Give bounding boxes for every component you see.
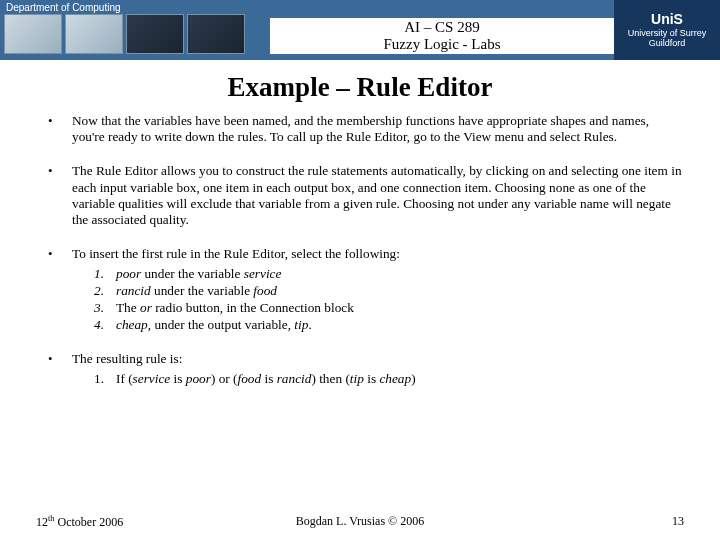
university-logo: UniS University of Surrey Guildford [614,0,720,60]
thumb-image [126,14,184,54]
bullet-item: The resulting rule is: If (service is po… [44,351,684,386]
list-item: If (service is poor) or (food is rancid)… [94,371,684,387]
footer-page-number: 13 [468,514,684,530]
uni-location: Guildford [649,38,686,49]
header-thumbnails [4,14,245,54]
department-label: Department of Computing [6,2,121,13]
course-subtitle: Fuzzy Logic - Labs [383,36,500,53]
uni-brand: UniS [651,11,683,28]
list-item: poor under the variable service [94,266,684,282]
header-left: Department of Computing [0,0,270,60]
slide-content: Now that the variables have been named, … [0,113,720,387]
footer-date: 12th October 2006 [36,514,252,530]
thumb-image [187,14,245,54]
header-center: AI – CS 289 Fuzzy Logic - Labs [270,0,614,60]
list-item: cheap, under the output variable, tip. [94,317,684,333]
bullet-item: Now that the variables have been named, … [44,113,684,145]
thumb-image [4,14,62,54]
slide-footer: 12th October 2006 Bogdan L. Vrusias © 20… [0,514,720,530]
uni-name: University of Surrey [628,28,707,39]
slide-title: Example – Rule Editor [0,72,720,103]
list-item: The or radio button, in the Connection b… [94,300,684,316]
list-item: rancid under the variable food [94,283,684,299]
slide-header: Department of Computing AI – CS 289 Fuzz… [0,0,720,60]
course-code: AI – CS 289 [404,19,479,36]
bullet-item: The Rule Editor allows you to construct … [44,163,684,228]
bullet-item: To insert the first rule in the Rule Edi… [44,246,684,333]
footer-author: Bogdan L. Vrusias © 2006 [252,514,468,530]
thumb-image [65,14,123,54]
